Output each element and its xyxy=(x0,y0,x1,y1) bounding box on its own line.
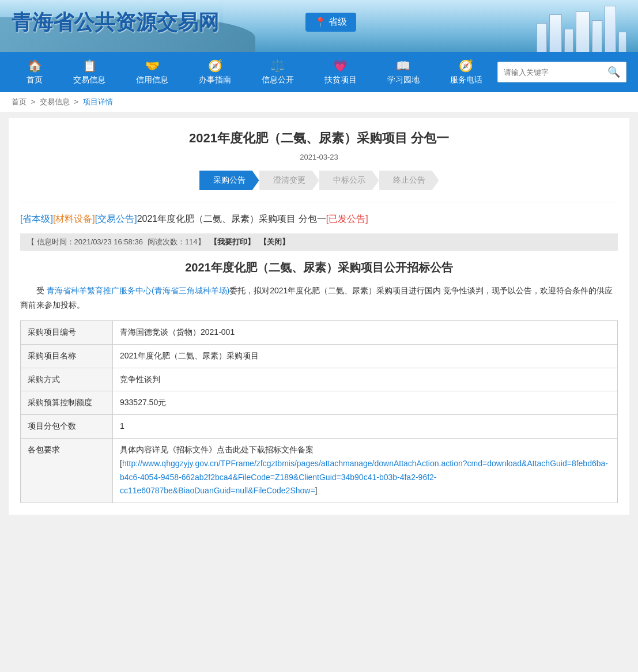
tag-published: [已发公告] xyxy=(326,214,368,224)
breadcrumb: 首页 > 交易信息 > 项目详情 xyxy=(0,92,638,112)
nav-credit-label: 信用信息 xyxy=(136,75,168,85)
steps-bar: 采购公告 澄清变更 中标公示 终止公告 xyxy=(20,171,618,190)
credit-icon: 🤝 xyxy=(145,59,160,73)
close-link[interactable]: 【关闭】 xyxy=(259,237,289,247)
table-row: 各包要求 具体内容详见《招标文件》点击此处下载招标文件备案[http://www… xyxy=(21,438,618,503)
step-qingqing: 澄清变更 xyxy=(259,171,319,190)
info-bar: 【 信息时间：2021/03/23 16:58:36 阅读次数：114】 【我要… xyxy=(20,233,618,251)
table-cell-label-1: 采购项目名称 xyxy=(21,344,113,368)
notice-intro: 受 青海省种羊繁育推广服务中心(青海省三角城种羊场)委托，拟对2021年度化肥（… xyxy=(20,284,618,312)
service-icon: 🧭 xyxy=(459,59,473,73)
guide-icon: 🧭 xyxy=(208,59,222,73)
nav-info-label: 信息公开 xyxy=(262,75,294,85)
search-input[interactable] xyxy=(498,65,602,80)
table-cell-value-2: 竞争性谈判 xyxy=(113,368,618,391)
banner-image: 青海省公共资源交易网 📍 省级 xyxy=(0,0,638,52)
nav-home-label: 首页 xyxy=(27,75,43,85)
search-box: 🔍 xyxy=(497,62,626,82)
tag-material: [材料设备] xyxy=(53,214,95,224)
project-info-table: 采购项目编号 青海国德竞谈（货物）2021-001 采购项目名称 2021年度化… xyxy=(20,320,618,503)
table-cell-value-5: 具体内容详见《招标文件》点击此处下载招标文件备案[http://www.qhgg… xyxy=(113,438,618,503)
breadcrumb-sep1: > xyxy=(31,97,37,106)
step-caigou: 采购公告 xyxy=(199,171,259,190)
main-content: 2021年度化肥（二氨、尿素）采购项目 分包一 2021-03-23 采购公告 … xyxy=(9,118,629,515)
table-row: 采购预算控制额度 933527.50元 xyxy=(21,391,618,415)
search-button[interactable]: 🔍 xyxy=(602,62,626,82)
step-2[interactable]: 澄清变更 xyxy=(259,171,319,190)
table-row: 项目分包个数 1 xyxy=(21,415,618,439)
nav-guide[interactable]: 🧭 办事指南 xyxy=(192,54,238,90)
location-icon: 📍 xyxy=(315,17,326,28)
info-icon: ⚖️ xyxy=(270,59,285,73)
project-title: 2021年度化肥（二氨、尿素）采购项目 分包一 xyxy=(20,130,618,147)
table-cell-label-3: 采购预算控制额度 xyxy=(21,391,113,415)
trade-icon: 📋 xyxy=(82,59,97,73)
nav-trade[interactable]: 📋 交易信息 xyxy=(66,54,112,90)
step-zhongzhi: 终止公告 xyxy=(379,171,439,190)
nav-items: 🏠 首页 📋 交易信息 🤝 信用信息 🧭 办事指南 ⚖️ 信息公开 💗 扶贫项目… xyxy=(12,54,497,90)
announce-title-line: [省本级][材料设备][交易公告]2021年度化肥（二氨、尿素）采购项目 分包一… xyxy=(20,212,618,226)
main-nav: 🏠 首页 📋 交易信息 🤝 信用信息 🧭 办事指南 ⚖️ 信息公开 💗 扶贫项目… xyxy=(0,52,638,92)
header: 青海省公共资源交易网 📍 省级 xyxy=(0,0,638,52)
announce-main-text: 2021年度化肥（二氨、尿素）采购项目 分包一 xyxy=(137,214,326,224)
table-cell-label-5: 各包要求 xyxy=(21,438,113,503)
table-cell-value-0: 青海国德竞谈（货物）2021-001 xyxy=(113,320,618,344)
nav-credit[interactable]: 🤝 信用信息 xyxy=(129,54,175,90)
nav-trade-label: 交易信息 xyxy=(73,75,105,85)
tag-trade: [交易公告] xyxy=(95,214,137,224)
table-cell-value-4: 1 xyxy=(113,415,618,439)
nav-learn-label: 学习园地 xyxy=(387,75,420,85)
table-cell-label-4: 项目分包个数 xyxy=(21,415,113,439)
step-1[interactable]: 采购公告 xyxy=(199,171,259,190)
table-cell-label-0: 采购项目编号 xyxy=(21,320,113,344)
org-name: 青海省种羊繁育推广服务中心(青海省三角城种羊场) xyxy=(47,286,229,295)
breadcrumb-home[interactable]: 首页 xyxy=(12,97,27,106)
step-3[interactable]: 中标公示 xyxy=(319,171,379,190)
table-row: 采购方式 竞争性谈判 xyxy=(21,368,618,391)
nav-poverty-label: 扶贫项目 xyxy=(324,75,357,85)
step-4[interactable]: 终止公告 xyxy=(379,171,439,190)
level-badge: 📍 省级 xyxy=(305,13,356,32)
table-cell-value-3: 933527.50元 xyxy=(113,391,618,415)
step-zhongbiao: 中标公示 xyxy=(319,171,379,190)
nav-home[interactable]: 🏠 首页 xyxy=(20,54,50,90)
breadcrumb-current: 项目详情 xyxy=(83,97,113,106)
breadcrumb-sep2: > xyxy=(74,97,80,106)
nav-guide-label: 办事指南 xyxy=(199,75,231,85)
download-link[interactable]: http://www.qhggzyjy.gov.cn/TPFrame/zfcgz… xyxy=(120,459,608,496)
info-time: 【 信息时间：2021/03/23 16:58:36 xyxy=(27,237,143,247)
notice-title: 2021年度化肥（二氨、尿素）采购项目公开招标公告 xyxy=(20,260,618,275)
breadcrumb-trade[interactable]: 交易信息 xyxy=(40,97,70,106)
tag-province: [省本级] xyxy=(20,214,53,224)
nav-info[interactable]: ⚖️ 信息公开 xyxy=(255,54,301,90)
read-count: 阅读次数：114】 xyxy=(148,237,205,247)
table-row: 采购项目编号 青海国德竞谈（货物）2021-001 xyxy=(21,320,618,344)
table-cell-value-1: 2021年度化肥（二氨、尿素）采购项目 xyxy=(113,344,618,368)
nav-service[interactable]: 🧭 服务电话 xyxy=(443,54,489,90)
site-title: 青海省公共资源交易网 xyxy=(12,9,219,37)
nav-poverty[interactable]: 💗 扶贫项目 xyxy=(318,54,364,90)
home-icon: 🏠 xyxy=(28,59,42,73)
poverty-icon: 💗 xyxy=(333,59,348,73)
nav-service-label: 服务电话 xyxy=(450,75,482,85)
learn-icon: 📖 xyxy=(396,59,410,73)
print-link[interactable]: 【我要打印】 xyxy=(210,237,255,247)
table-row: 采购项目名称 2021年度化肥（二氨、尿素）采购项目 xyxy=(21,344,618,368)
table-cell-label-2: 采购方式 xyxy=(21,368,113,391)
nav-learn[interactable]: 📖 学习园地 xyxy=(380,54,426,90)
project-date: 2021-03-23 xyxy=(20,153,618,161)
